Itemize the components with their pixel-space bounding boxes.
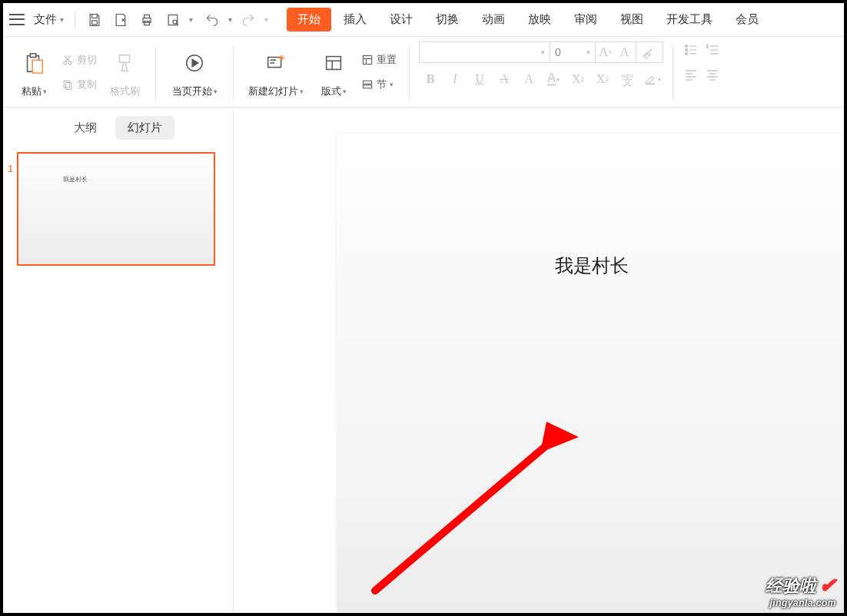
print-preview-icon[interactable]	[163, 10, 183, 30]
increase-font-icon[interactable]: A+	[596, 42, 616, 62]
svg-point-9	[68, 61, 71, 65]
svg-point-21	[686, 49, 688, 51]
section-button[interactable]: 节 ▾	[358, 75, 400, 94]
undo-icon[interactable]	[202, 10, 222, 30]
new-slide-label: 新建幻灯片	[248, 84, 298, 98]
new-slide-icon	[264, 41, 287, 84]
outline-tab[interactable]: 大纲	[61, 116, 109, 140]
print-icon[interactable]	[137, 10, 157, 30]
svg-rect-7	[32, 60, 42, 73]
paste-label: 粘贴	[22, 84, 42, 98]
align-center-icon[interactable]	[704, 66, 721, 83]
layout-label: 版式	[321, 84, 341, 98]
strikethrough-icon[interactable]: A	[493, 69, 516, 89]
paste-button[interactable]: 粘贴▾	[12, 41, 55, 103]
svg-rect-0	[92, 20, 98, 24]
play-icon	[183, 41, 206, 84]
ribbon: 粘贴▾ 剪切 复制 格式刷	[3, 37, 844, 108]
redo-more[interactable]: ▾	[264, 15, 268, 24]
from-current-button[interactable]: 当页开始▾	[165, 41, 224, 103]
svg-marker-24	[540, 422, 579, 452]
new-slide-button[interactable]: 新建幻灯片▾	[243, 41, 309, 103]
svg-rect-11	[66, 83, 71, 90]
slide-canvas[interactable]: 我是村长	[234, 111, 844, 613]
slide-panel: 大纲 幻灯片 1 我是村长	[3, 111, 234, 613]
undo-more[interactable]: ▾	[228, 15, 232, 24]
svg-rect-18	[363, 85, 371, 88]
separator	[233, 46, 234, 101]
bold-icon[interactable]: B	[419, 69, 442, 89]
shadow-icon[interactable]: A	[517, 69, 540, 89]
save-as-icon[interactable]	[111, 10, 131, 30]
bullets-icon[interactable]	[683, 41, 699, 58]
format-painter-button[interactable]: 格式刷	[103, 41, 146, 103]
tab-member[interactable]: 会员	[725, 8, 759, 31]
ribbon-tabs: 开始 插入 设计 切换 动画 放映 审阅 视图 开发工具 会员	[287, 8, 759, 31]
clear-format-icon[interactable]	[636, 42, 660, 62]
svg-rect-14	[268, 58, 281, 68]
workspace: 大纲 幻灯片 1 我是村长 我是村长	[3, 111, 844, 613]
undo-redo-group: ▾ ▾	[199, 10, 271, 30]
format-painter-icon	[113, 41, 136, 84]
paragraph-group: 1	[678, 40, 726, 107]
thumb-number: 1	[8, 163, 13, 174]
thumb-text: 我是村长	[63, 175, 88, 184]
svg-rect-12	[119, 55, 129, 62]
tab-design[interactable]: 设计	[379, 8, 424, 31]
tab-review[interactable]: 审阅	[563, 8, 608, 31]
cut-button[interactable]: 剪切	[58, 51, 100, 69]
chevron-down-icon: ▾	[390, 81, 394, 88]
tab-view[interactable]: 视图	[610, 8, 654, 31]
separator	[155, 46, 156, 101]
font-name-input[interactable]: ▾	[420, 42, 550, 62]
italic-icon[interactable]: I	[443, 69, 467, 89]
tab-insert[interactable]: 插入	[333, 8, 377, 31]
save-icon[interactable]	[85, 10, 105, 30]
separator	[409, 46, 410, 101]
annotation-arrow-icon	[352, 287, 675, 602]
align-left-icon[interactable]	[683, 66, 699, 83]
decrease-font-icon[interactable]: A-	[616, 42, 636, 62]
slide-thumbnail[interactable]: 我是村长	[17, 152, 215, 266]
chevron-down-icon: ▾	[43, 88, 47, 95]
redo-icon[interactable]	[238, 10, 258, 30]
svg-text:1: 1	[706, 44, 709, 48]
numbering-icon[interactable]: 1	[704, 41, 721, 58]
superscript-icon[interactable]: X2	[566, 69, 590, 89]
copy-button[interactable]: 复制	[58, 75, 100, 94]
watermark: 经验啦✔ jingyanla.com	[766, 574, 836, 608]
pinyin-icon[interactable]: wén文	[616, 69, 639, 89]
svg-rect-19	[643, 52, 649, 58]
slides-tab[interactable]: 幻灯片	[115, 116, 174, 140]
copy-label: 复制	[77, 78, 97, 91]
layout-icon	[322, 41, 345, 84]
tab-devtools[interactable]: 开发工具	[656, 8, 723, 31]
tab-start[interactable]: 开始	[287, 8, 331, 31]
font-group: ▾ 0▾ A+ A- B I U A A A▾ X2 X2 wén文 ▾	[414, 40, 668, 107]
svg-rect-17	[363, 81, 371, 84]
font-selector: ▾ 0▾ A+ A-	[419, 41, 663, 63]
font-style-row: B I U A A A▾ X2 X2 wén文 ▾	[419, 69, 663, 89]
hamburger-icon[interactable]	[9, 12, 25, 28]
tab-slideshow[interactable]: 放映	[517, 8, 562, 31]
reset-button[interactable]: 重置	[358, 51, 400, 69]
underline-icon[interactable]: U	[468, 69, 491, 89]
chevron-down-icon: ▾	[541, 48, 545, 56]
chevron-down-icon: ▾	[300, 88, 304, 95]
subscript-icon[interactable]: X2	[591, 69, 614, 89]
svg-rect-16	[363, 55, 371, 64]
font-color-icon[interactable]: A▾	[542, 69, 565, 89]
slide-text[interactable]: 我是村长	[555, 253, 629, 278]
slide[interactable]: 我是村长	[337, 134, 844, 613]
layout-button[interactable]: 版式▾	[312, 41, 355, 103]
watermark-url: jingyanla.com	[766, 598, 836, 608]
chevron-down-icon: ▾	[214, 88, 218, 95]
tab-animation[interactable]: 动画	[471, 8, 516, 31]
tab-transition[interactable]: 切换	[425, 8, 470, 31]
side-tabs: 大纲 幻灯片	[3, 111, 233, 144]
quick-access-more[interactable]: ▾	[189, 15, 193, 24]
highlight-icon[interactable]: ▾	[640, 69, 663, 89]
font-size-input[interactable]: 0▾	[550, 42, 595, 62]
file-menu[interactable]: 文件 ▾	[29, 12, 68, 27]
cut-label: 剪切	[77, 53, 97, 67]
